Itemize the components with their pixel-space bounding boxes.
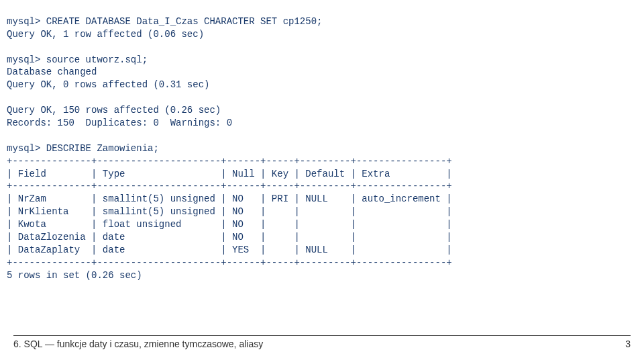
footer-divider bbox=[13, 335, 631, 336]
query-ok-line: Query OK, 0 rows affected (0.31 sec) bbox=[7, 79, 209, 90]
page-footer: 6. SQL — funkcje daty i czasu, zmienne t… bbox=[13, 338, 631, 351]
table-border: +--------------+----------------------+-… bbox=[7, 156, 452, 167]
rows-in-set-line: 5 rows in set (0.26 sec) bbox=[7, 270, 142, 281]
records-summary-line: Records: 150 Duplicates: 0 Warnings: 0 bbox=[7, 118, 232, 128]
footer-title: 6. SQL — funkcje daty i czasu, zmienne t… bbox=[13, 338, 263, 351]
table-border: +--------------+----------------------+-… bbox=[7, 181, 452, 191]
table-row: | Kwota | float unsigned | NO | | | | bbox=[7, 219, 452, 230]
table-row: | DataZlozenia | date | NO | | | | bbox=[7, 232, 452, 242]
sql-command-create-db: mysql> CREATE DATABASE Data_I_Czas CHARA… bbox=[7, 16, 322, 27]
table-row: | NrZam | smallint(5) unsigned | NO | PR… bbox=[7, 193, 452, 204]
footer-page-number: 3 bbox=[625, 338, 631, 351]
table-header-row: | Field | Type | Null | Key | Default | … bbox=[7, 169, 452, 179]
mysql-terminal-output: mysql> CREATE DATABASE Data_I_Czas CHARA… bbox=[0, 0, 644, 282]
database-changed-line: Database changed bbox=[7, 66, 97, 77]
sql-command-source: mysql> source utworz.sql; bbox=[7, 54, 148, 65]
table-border: +--------------+----------------------+-… bbox=[7, 257, 452, 268]
table-row: | DataZaplaty | date | YES | | NULL | | bbox=[7, 244, 452, 255]
query-ok-line: Query OK, 150 rows affected (0.26 sec) bbox=[7, 105, 221, 116]
sql-command-describe: mysql> DESCRIBE Zamowienia; bbox=[7, 143, 159, 154]
query-ok-line: Query OK, 1 row affected (0.06 sec) bbox=[7, 29, 204, 40]
table-row: | NrKlienta | smallint(5) unsigned | NO … bbox=[7, 206, 452, 217]
